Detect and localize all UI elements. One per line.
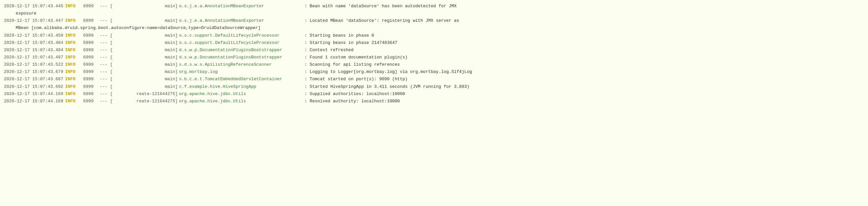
log-pid: 6999	[83, 91, 100, 97]
log-separator: --- [	[100, 40, 120, 46]
log-line: 2020-12-17 15:07:43.679 INFO 6999 --- [m…	[4, 68, 864, 76]
log-timestamp: 2020-12-17 15:07:43.679	[4, 69, 65, 75]
log-pid: 6999	[83, 76, 100, 82]
log-timestamp: 2020-12-17 15:07:43.450	[4, 32, 65, 39]
log-timestamp: 2020-12-17 15:07:44.169	[4, 98, 65, 105]
log-level: INFO	[65, 91, 83, 97]
log-continuation: exposure	[4, 10, 864, 17]
log-pid: 6999	[83, 18, 100, 24]
log-logger: d.s.w.p.DocumentationPluginsBootstrapper	[179, 47, 305, 54]
log-level: INFO	[65, 98, 83, 105]
log-level: INFO	[65, 69, 83, 75]
log-message: : Bean with name 'dataSource' has been a…	[305, 3, 864, 9]
log-logger: org.apache.hive.jdbc.Utils	[179, 98, 305, 105]
log-level: INFO	[65, 18, 83, 24]
log-pid: 6999	[83, 83, 100, 90]
log-logger: o.s.c.support.DefaultLifecycleProcessor	[179, 32, 305, 39]
continuation-text: MBean [com.alibaba.druid.spring.boot.aut…	[4, 25, 260, 31]
log-message: : Tomcat started on port(s): 9090 (http)	[305, 76, 864, 82]
log-level: INFO	[65, 47, 83, 54]
log-line: 2020-12-17 15:07:43.522 INFO 6999 --- [m…	[4, 61, 864, 68]
log-pid: 6999	[83, 47, 100, 54]
log-timestamp: 2020-12-17 15:07:43.445	[4, 3, 65, 9]
log-logger: o.s.j.e.a.AnnotationMBeanExporter	[179, 18, 305, 24]
log-pid: 6999	[83, 54, 100, 61]
log-message: : Starting beans in phase 2147483647	[305, 40, 864, 46]
log-level: INFO	[65, 83, 83, 90]
log-separator: --- [	[100, 32, 120, 39]
log-thread: reate-121644275]	[120, 98, 179, 105]
log-message: : Starting beans in phase 0	[305, 32, 864, 39]
log-logger: c.f.example.hive.HiveSpringApp	[179, 83, 305, 90]
log-separator: --- [	[100, 83, 120, 90]
log-message: : Logging to Logger[org.mortbay.log] via…	[305, 69, 864, 75]
log-pid: 6999	[83, 32, 100, 39]
log-separator: --- [	[100, 91, 120, 97]
log-line: 2020-12-17 15:07:43.687 INFO 6999 --- [m…	[4, 76, 864, 83]
log-timestamp: 2020-12-17 15:07:44.169	[4, 91, 65, 97]
log-message: : Resolved authority: localhost:10000	[305, 98, 864, 105]
log-logger: o.s.c.support.DefaultLifecycleProcessor	[179, 40, 305, 46]
log-pid: 6999	[83, 40, 100, 46]
continuation-text: exposure	[4, 10, 36, 17]
log-logger: o.s.j.e.a.AnnotationMBeanExporter	[179, 3, 305, 9]
log-level: INFO	[65, 76, 83, 82]
log-timestamp: 2020-12-17 15:07:43.522	[4, 61, 65, 68]
log-level: INFO	[65, 61, 83, 68]
log-thread: reate-121644275]	[120, 91, 179, 97]
log-logger: s.d.s.w.s.ApiListingReferenceScanner	[179, 61, 305, 68]
log-separator: --- [	[100, 69, 120, 75]
log-line: 2020-12-17 15:07:43.692 INFO 6999 --- [m…	[4, 83, 864, 91]
log-line: 2020-12-17 15:07:44.169 INFO 6999 --- [r…	[4, 98, 864, 105]
log-pid: 6999	[83, 69, 100, 75]
log-message: : Located MBean 'dataSource': registerin…	[305, 18, 864, 24]
log-message: : Started HiveSpringApp in 3.411 seconds…	[305, 83, 864, 90]
log-thread: main]	[120, 32, 179, 39]
log-continuation: MBean [com.alibaba.druid.spring.boot.aut…	[4, 25, 864, 32]
log-message: : Scanning for api listing references	[305, 61, 864, 68]
log-timestamp: 2020-12-17 15:07:43.484	[4, 40, 65, 46]
log-line: 2020-12-17 15:07:43.497 INFO 6999 --- [m…	[4, 54, 864, 61]
log-thread: main]	[120, 83, 179, 90]
log-pid: 6999	[83, 61, 100, 68]
log-timestamp: 2020-12-17 15:07:43.687	[4, 76, 65, 82]
log-separator: --- [	[100, 3, 120, 9]
log-line: 2020-12-17 15:07:43.447 INFO 6999 --- [m…	[4, 17, 864, 25]
log-separator: --- [	[100, 18, 120, 24]
log-timestamp: 2020-12-17 15:07:43.692	[4, 83, 65, 90]
log-separator: --- [	[100, 76, 120, 82]
log-separator: --- [	[100, 47, 120, 54]
log-pid: 6999	[83, 3, 100, 9]
log-container: 2020-12-17 15:07:43.445 INFO 6999 --- [m…	[4, 3, 864, 105]
log-message: : Context refreshed	[305, 47, 864, 54]
log-line: 2020-12-17 15:07:43.445 INFO 6999 --- [m…	[4, 3, 864, 10]
log-logger: s.b.c.e.t.TomcatEmbeddedServletContainer	[179, 76, 305, 82]
log-thread: main]	[120, 54, 179, 61]
log-thread: main]	[120, 76, 179, 82]
log-timestamp: 2020-12-17 15:07:43.484	[4, 47, 65, 54]
log-timestamp: 2020-12-17 15:07:43.497	[4, 54, 65, 61]
log-line: 2020-12-17 15:07:44.169 INFO 6999 --- [r…	[4, 91, 864, 98]
log-line: 2020-12-17 15:07:43.484 INFO 6999 --- [m…	[4, 46, 864, 54]
log-message: : Supplied authorities: localhost:10000	[305, 91, 864, 97]
log-separator: --- [	[100, 98, 120, 105]
log-thread: main]	[120, 18, 179, 24]
log-level: INFO	[65, 3, 83, 9]
log-message: : Found 1 custom documentation plugin(s)	[305, 54, 864, 61]
log-thread: main]	[120, 69, 179, 75]
log-level: INFO	[65, 32, 83, 39]
log-logger: org.mortbay.log	[179, 69, 305, 75]
log-thread: main]	[120, 47, 179, 54]
log-thread: main]	[120, 61, 179, 68]
log-thread: main]	[120, 40, 179, 46]
log-separator: --- [	[100, 61, 120, 68]
log-logger: d.s.w.p.DocumentationPluginsBootstrapper	[179, 54, 305, 61]
log-line: 2020-12-17 15:07:43.484 INFO 6999 --- [m…	[4, 39, 864, 46]
log-pid: 6999	[83, 98, 100, 105]
log-level: INFO	[65, 54, 83, 61]
log-line: 2020-12-17 15:07:43.450 INFO 6999 --- [m…	[4, 32, 864, 39]
log-logger: org.apache.hive.jdbc.Utils	[179, 91, 305, 97]
log-timestamp: 2020-12-17 15:07:43.447	[4, 18, 65, 24]
log-separator: --- [	[100, 54, 120, 61]
log-level: INFO	[65, 40, 83, 46]
